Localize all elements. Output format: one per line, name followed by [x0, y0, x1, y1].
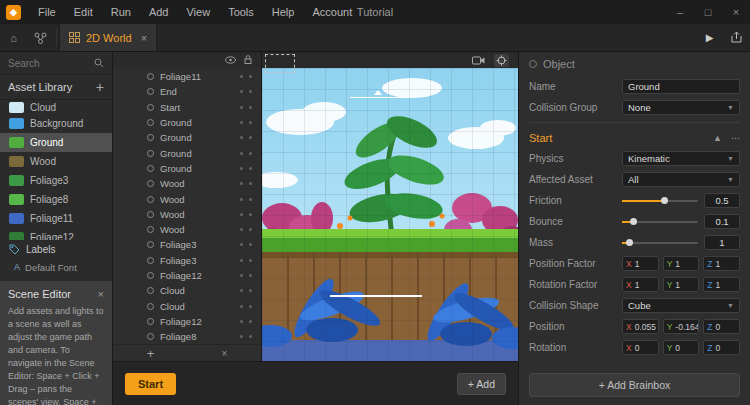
rotation-factor-z-field[interactable]: Z1 [703, 277, 740, 292]
visibility-dot[interactable] [240, 121, 243, 124]
position-y-field[interactable]: Y-0.164 [663, 319, 700, 334]
physics-dropdown[interactable]: Kinematic ▼ [622, 151, 740, 166]
asset-library-item[interactable]: Wood [0, 152, 112, 171]
asset-library-item[interactable]: Foliage3 [0, 171, 112, 190]
layer-row[interactable]: Foliage3 [113, 237, 261, 252]
lock-dot[interactable] [249, 136, 252, 139]
rotation-x-field[interactable]: X0 [622, 340, 659, 355]
layer-row[interactable]: Wood [113, 176, 261, 191]
layer-row[interactable]: Start [113, 100, 261, 115]
layer-row[interactable]: Ground [113, 115, 261, 130]
mindmap-icon[interactable] [27, 24, 54, 51]
position-x-field[interactable]: X0.055 [622, 319, 659, 334]
menu-item[interactable]: Add [140, 6, 178, 18]
visibility-dot[interactable] [240, 90, 243, 93]
camera-icon[interactable] [472, 56, 485, 65]
visibility-dot[interactable] [240, 335, 243, 338]
menu-item[interactable]: Tools [219, 6, 263, 18]
sidebar-section-labels[interactable]: Labels [0, 240, 112, 259]
layer-row[interactable]: Wood [113, 191, 261, 206]
asset-library-item[interactable]: Foliage8 [0, 190, 112, 209]
layer-row[interactable]: Foliage11 [113, 69, 261, 84]
start-line-gizmo[interactable] [350, 97, 408, 98]
start-section-header[interactable]: Start ▲ ⋯ [529, 127, 740, 148]
lock-dot[interactable] [249, 198, 252, 201]
rotation-factor-x-field[interactable]: X1 [622, 277, 659, 292]
menu-item[interactable]: Edit [65, 6, 102, 18]
menu-item[interactable]: View [177, 6, 219, 18]
menu-item[interactable]: Help [263, 6, 304, 18]
layer-row[interactable]: Wood [113, 207, 261, 222]
rotation-z-field[interactable]: Z0 [703, 340, 740, 355]
rotation-y-field[interactable]: Y0 [663, 340, 700, 355]
name-input[interactable] [628, 81, 734, 92]
maximize-button[interactable]: □ [694, 0, 722, 24]
visibility-dot[interactable] [240, 259, 243, 262]
scene-canvas[interactable] [262, 52, 518, 361]
layer-row[interactable]: Foliage8 [113, 329, 261, 344]
menu-item[interactable]: Account [303, 6, 361, 18]
tab-close-icon[interactable]: × [141, 32, 147, 44]
lock-dot[interactable] [249, 305, 252, 308]
visibility-dot[interactable] [240, 243, 243, 246]
visibility-dot[interactable] [240, 320, 243, 323]
collapse-icon[interactable]: ▲ [713, 133, 722, 143]
sidebar-item-default-font[interactable]: A Default Font [0, 259, 112, 275]
more-options-icon[interactable]: ⋯ [731, 133, 740, 143]
export-icon[interactable] [723, 24, 750, 51]
visibility-dot[interactable] [240, 167, 243, 170]
lock-dot[interactable] [249, 182, 252, 185]
mass-value-field[interactable]: 1 [704, 235, 740, 250]
lock-dot[interactable] [249, 243, 252, 246]
visibility-dot[interactable] [240, 305, 243, 308]
add-layer-icon[interactable]: + [147, 347, 155, 360]
asset-library-item[interactable]: Ground [0, 133, 112, 152]
visibility-dot[interactable] [240, 152, 243, 155]
layer-row[interactable]: Cloud [113, 298, 261, 313]
minimize-button[interactable]: – [666, 0, 694, 24]
lock-dot[interactable] [249, 167, 252, 170]
lock-dot[interactable] [249, 213, 252, 216]
lock-dot[interactable] [249, 121, 252, 124]
lock-dot[interactable] [249, 228, 252, 231]
position-factor-y-field[interactable]: Y1 [663, 256, 700, 271]
layer-row[interactable]: Ground [113, 161, 261, 176]
home-icon[interactable]: ⌂ [0, 24, 27, 51]
bounce-value-field[interactable]: 0.1 [704, 214, 740, 229]
lock-dot[interactable] [249, 75, 252, 78]
visibility-dot[interactable] [240, 228, 243, 231]
friction-slider[interactable] [622, 200, 698, 202]
lock-dot[interactable] [249, 259, 252, 262]
search-input[interactable]: Search [0, 52, 112, 75]
lock-dot[interactable] [249, 335, 252, 338]
position-factor-z-field[interactable]: Z1 [703, 256, 740, 271]
bounce-slider[interactable] [622, 221, 698, 223]
start-marker-icon[interactable] [374, 90, 382, 95]
tooltip-close-icon[interactable]: × [98, 288, 104, 300]
layer-row[interactable]: Foliage12 [113, 314, 261, 329]
lock-dot[interactable] [249, 90, 252, 93]
visibility-dot[interactable] [240, 75, 243, 78]
lock-dot[interactable] [249, 320, 252, 323]
remove-layer-icon[interactable]: × [222, 348, 228, 359]
visibility-dot[interactable] [240, 182, 243, 185]
tab-2d-world[interactable]: 2D World × [59, 24, 157, 51]
lock-dot[interactable] [249, 106, 252, 109]
asset-library-item[interactable]: Foliage11 [0, 209, 112, 228]
layer-row[interactable]: End [113, 84, 261, 99]
position-factor-x-field[interactable]: X1 [622, 256, 659, 271]
lock-dot[interactable] [249, 289, 252, 292]
visibility-dot[interactable] [240, 136, 243, 139]
visibility-dot[interactable] [240, 274, 243, 277]
asset-library-item[interactable]: Cloud [0, 101, 112, 114]
mass-slider[interactable] [622, 242, 698, 244]
menu-item[interactable]: File [29, 6, 65, 18]
layer-row[interactable]: Wood [113, 222, 261, 237]
asset-library-item[interactable]: Foliage12 [0, 228, 112, 240]
layer-row[interactable]: Cloud [113, 283, 261, 298]
layer-row[interactable]: Foliage3 [113, 253, 261, 268]
add-brainbox-button[interactable]: + Add Brainbox [529, 373, 740, 397]
collision-group-dropdown[interactable]: None ▼ [622, 100, 740, 115]
play-icon[interactable]: ▶ [696, 24, 723, 51]
layer-row[interactable]: Ground [113, 130, 261, 145]
